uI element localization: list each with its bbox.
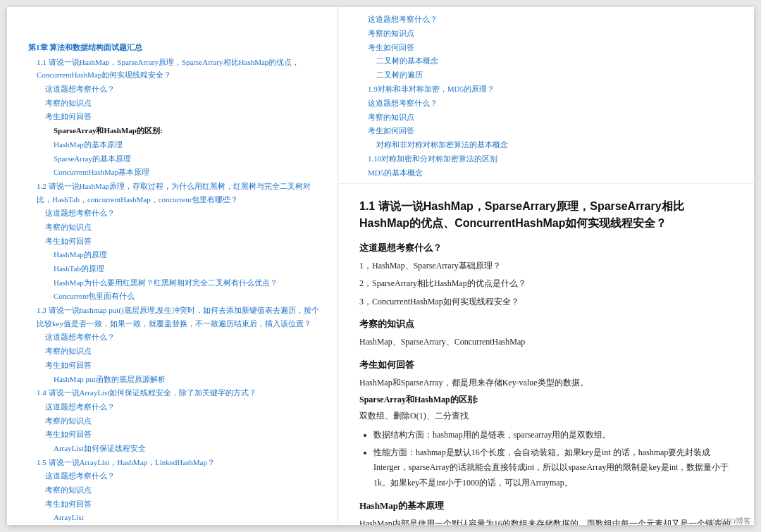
- content-paragraph: HashMap、SparseArrary、ConcurrentHashMap: [359, 335, 733, 350]
- toc-item[interactable]: 考察的知识点: [28, 414, 321, 428]
- toc-item[interactable]: 考生如何回答: [28, 235, 321, 248]
- toc-container: 第1章 算法和数据结构面试题汇总1.1 请说一说HashMap，SparseAr…: [28, 41, 321, 525]
- right-top-toc: 这道题想考察什么？考察的知识点考生如何回答二叉树的基本概念二叉树的遍历1.9对称…: [338, 7, 754, 184]
- content-paragraph-bold: SparseArray和HashMap的区别:: [359, 394, 733, 406]
- content-paragraph: 双数组、删除O(1)、二分查找: [359, 409, 733, 424]
- content-h3: 考生如何回答: [359, 359, 733, 371]
- toc-item[interactable]: 考察的知识点: [28, 97, 321, 110]
- right-content[interactable]: 1.1 请说一说HashMap，SparseArrary原理，SparseArr…: [338, 184, 754, 525]
- list-item: 数据结构方面：hashmap用的是链表，sparsearray用的是双数组。: [373, 428, 733, 443]
- toc-item[interactable]: HashMap为什么要用红黑树？红黑树相对完全二叉树有什么优点？: [28, 276, 321, 290]
- top-toc-link[interactable]: 这道题想考察什么？: [359, 13, 733, 27]
- toc-item[interactable]: HashMap的基本原理: [28, 138, 321, 151]
- list-item: 性能方面：hashmap是默认16个长度，会自动装箱。如果key是int 的话，…: [373, 445, 733, 491]
- toc-item[interactable]: ConcurrentHashMap基本原理: [28, 166, 321, 179]
- toc-item[interactable]: HashMap的原理: [28, 248, 321, 261]
- toc-item[interactable]: 考察的知识点: [28, 221, 321, 234]
- content-list: 数据结构方面：hashmap用的是链表，sparsearray用的是双数组。性能…: [373, 428, 733, 490]
- toc-item[interactable]: 考生如何回答: [28, 110, 321, 123]
- toc-item[interactable]: HashMap put函数的底层原源解析: [28, 373, 321, 386]
- toc-item[interactable]: 考生如何回答: [28, 428, 321, 441]
- toc-item[interactable]: 考生如何回答: [28, 497, 321, 511]
- toc-item[interactable]: 这道题想考察什么？: [28, 469, 321, 483]
- toc-item[interactable]: ArrayList: [28, 511, 321, 524]
- toc-item[interactable]: 这道题想考察什么？: [28, 206, 321, 220]
- content-paragraph: HashMap内部是使用一个默认容量为16的数组来存储数据的，而数组中每一个元素…: [359, 516, 733, 526]
- top-toc-link[interactable]: 1.10对称加密和分对称加密算法的区别: [359, 152, 733, 166]
- top-toc-link[interactable]: 考察的知识点: [359, 27, 733, 41]
- toc-item[interactable]: Concurrent包里面有什么: [28, 290, 321, 303]
- toc-item[interactable]: 1.3 请说一说hashmap put()底层原理,发生冲突时，如何去添加新键值…: [28, 304, 321, 330]
- top-toc-link[interactable]: 二叉树的遍历: [359, 68, 733, 82]
- right-panel[interactable]: 这道题想考察什么？考察的知识点考生如何回答二叉树的基本概念二叉树的遍历1.9对称…: [338, 7, 754, 525]
- toc-item[interactable]: 这道题想考察什么？: [28, 82, 321, 96]
- top-toc-link[interactable]: MD5的基本概念: [359, 166, 733, 180]
- left-panel[interactable]: 第1章 算法和数据结构面试题汇总1.1 请说一说HashMap，SparseAr…: [7, 7, 338, 525]
- toc-item[interactable]: 考生如何回答: [28, 359, 321, 372]
- watermark: @51CTO博客: [705, 516, 751, 526]
- top-toc-link[interactable]: 考察的知识点: [359, 111, 733, 125]
- content-paragraph: HashMap和SparseArray，都是用来存储Key-value类型的数据…: [359, 376, 733, 391]
- top-toc-link[interactable]: 考生如何回答: [359, 124, 733, 138]
- content-paragraph: 1，HashMap、SparseArrary基础原理？: [359, 259, 733, 274]
- content-paragraph: 3，ConcurrentHashMap如何实现线程安全？: [359, 295, 733, 310]
- top-toc-link[interactable]: 这道题想考察什么？: [359, 97, 733, 111]
- toc-item[interactable]: 1.2 请说一说HashMap原理，存取过程，为什么用红黑树，红黑树与完全二叉树…: [28, 180, 321, 206]
- content-paragraph: 2，SparseArrary相比HashMap的优点是什么？: [359, 276, 733, 292]
- toc-item[interactable]: 1.4 请说一说ArrayList如何保证线程安全，除了加关键字的方式？: [28, 386, 321, 400]
- content-h3: 这道题想考察什么？: [359, 242, 733, 254]
- toc-item[interactable]: 1.5 请说一说ArrayList，HashMap，LinkedHashMap？: [28, 456, 321, 469]
- toc-item[interactable]: 考察的知识点: [28, 345, 321, 358]
- toc-item[interactable]: 这道题想考察什么？: [28, 400, 321, 414]
- top-toc-link[interactable]: 1.9对称和非对称加密，MD5的原理？: [359, 82, 733, 97]
- page-container: 第1章 算法和数据结构面试题汇总1.1 请说一说HashMap，SparseAr…: [7, 7, 754, 525]
- toc-item[interactable]: 1.1 请说一说HashMap，SparseArrary原理，SparseArr…: [28, 56, 321, 82]
- toc-item[interactable]: 考察的知识点: [28, 483, 321, 497]
- toc-item[interactable]: ArrayList如何保证线程安全: [28, 442, 321, 455]
- toc-item[interactable]: SparseArray和HashMap的区别:: [28, 124, 321, 137]
- content-h3: HashMap的基本原理: [359, 500, 733, 512]
- toc-item[interactable]: 这道题想考察什么？: [28, 330, 321, 344]
- section-title: 1.1 请说一说HashMap，SparseArrary原理，SparseArr…: [359, 198, 733, 232]
- top-toc-link[interactable]: 对称和非对称对称加密算法的基本概念: [359, 138, 733, 152]
- top-toc-link[interactable]: 二叉树的基本概念: [359, 54, 733, 68]
- content-h3: 考察的知识点: [359, 318, 733, 330]
- top-toc-link[interactable]: 考生如何回答: [359, 41, 733, 55]
- toc-item[interactable]: SparseArray的基本原理: [28, 152, 321, 166]
- toc-item[interactable]: HashTab的原理: [28, 262, 321, 276]
- toc-item[interactable]: 第1章 算法和数据结构面试题汇总: [28, 41, 321, 54]
